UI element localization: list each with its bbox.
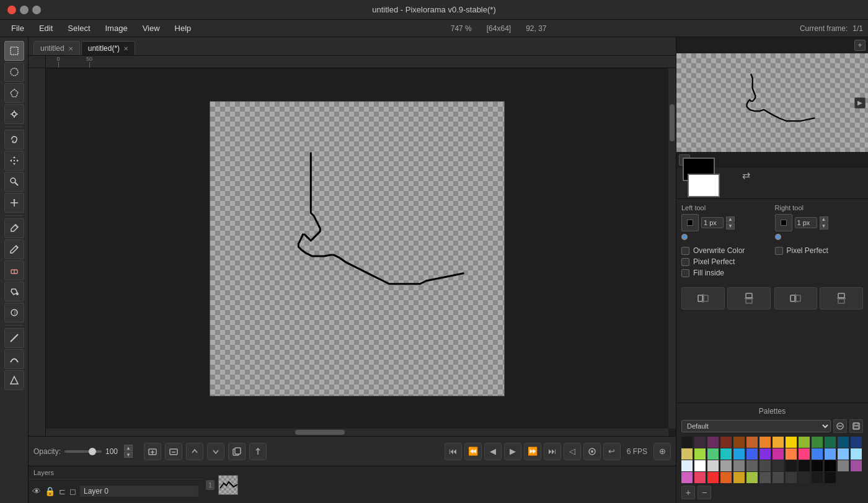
color-cell[interactable] [799,472,810,483]
tool-lasso[interactable] [4,130,24,149]
color-cell[interactable] [825,448,836,460]
color-cell[interactable] [681,460,693,471]
tool-shading[interactable] [4,303,24,323]
tool-magic-wand[interactable] [4,104,24,124]
opacity-up[interactable]: ▲ [124,445,133,451]
layer-add-btn[interactable] [144,443,161,460]
color-cell[interactable] [799,437,810,448]
tool-pencil[interactable] [4,239,24,259]
layer-linked-icon[interactable]: ⊏ [59,487,66,496]
tab-untitled[interactable]: untitled ✕ [33,41,80,55]
color-cell[interactable] [707,448,719,460]
opacity-slider[interactable] [64,450,102,453]
menu-select[interactable]: Select [61,22,96,35]
color-cell[interactable] [733,460,745,471]
color-cell[interactable] [773,460,784,471]
color-cell[interactable] [812,437,823,448]
color-cell[interactable] [838,448,849,460]
scrollbar-vertical[interactable] [668,68,676,429]
left-size-up[interactable]: ▲ [726,216,735,223]
pixel-perfect-left-checkbox[interactable] [681,258,689,266]
tab-close-untitled[interactable]: ✕ [68,45,73,52]
menu-edit[interactable]: Edit [33,22,59,35]
layer-down-btn[interactable] [207,443,224,460]
right-tool-size-spinner[interactable]: ▲ ▼ [820,216,828,229]
layer-up-btn[interactable] [186,443,203,460]
color-cell[interactable] [825,460,836,471]
color-cell[interactable] [694,437,706,448]
tool-bucket[interactable] [4,282,24,301]
onion-skin-btn[interactable] [583,443,601,460]
color-cell[interactable] [694,448,706,460]
tool-marquee-rect[interactable] [4,41,24,61]
color-cell[interactable] [851,448,862,460]
palette-remove-row-btn[interactable]: − [698,486,711,499]
tool-eraser[interactable] [4,260,24,280]
color-cell[interactable] [760,460,771,471]
color-cell[interactable] [733,448,745,460]
tool-shape[interactable] [4,370,24,390]
color-cell[interactable] [720,460,732,471]
pixel-perfect-right-checkbox[interactable] [775,247,783,255]
color-cell[interactable] [707,460,719,471]
color-cell[interactable] [812,472,823,483]
color-cell[interactable] [786,472,797,483]
menu-help[interactable]: Help [169,22,198,35]
color-cell[interactable] [786,460,797,471]
left-tool-radio[interactable] [681,234,688,240]
color-cell[interactable] [799,448,810,460]
fps-adjust-btn[interactable]: ⊕ [653,443,671,460]
opacity-spinner[interactable]: ▲ ▼ [124,445,133,458]
left-tool-size-input[interactable] [701,217,724,228]
color-cell[interactable] [720,437,732,448]
palette-add-row-btn[interactable]: + [681,486,695,499]
palette-edit-btn[interactable] [833,419,847,433]
layer-select-icon[interactable]: ◻ [69,487,76,496]
color-cell[interactable] [838,437,849,448]
left-mirror-v-btn[interactable] [727,287,771,309]
color-cell[interactable] [760,448,771,460]
color-cell[interactable] [707,437,719,448]
onion-left-btn[interactable]: ◁ [564,443,581,460]
color-cell[interactable] [720,448,732,460]
undo-btn[interactable]: ↩ [603,443,621,460]
tool-marquee-poly[interactable] [4,83,24,103]
layer-name[interactable]: Layer 0 [80,486,198,497]
play-back-btn[interactable]: ◀ [484,443,502,460]
maximize-button[interactable] [32,6,41,14]
color-cell[interactable] [746,472,758,483]
menu-file[interactable]: File [5,22,30,35]
right-size-down[interactable]: ▼ [820,223,828,229]
color-cell[interactable] [733,437,745,448]
opacity-down[interactable]: ▼ [124,452,133,458]
color-cell[interactable] [773,437,784,448]
color-cell[interactable] [694,460,706,471]
pixel-canvas[interactable] [210,101,505,396]
tool-move[interactable] [4,151,24,171]
minimize-button[interactable] [20,6,29,14]
play-forward-btn[interactable]: ▶ [504,443,521,460]
scrollbar-h-thumb[interactable] [295,430,345,435]
tool-zoom[interactable] [4,172,24,192]
color-cell[interactable] [694,472,706,483]
tool-marquee-circle[interactable] [4,62,24,82]
color-cell[interactable] [760,437,771,448]
scrollbar-v-thumb[interactable] [670,104,675,141]
color-cell[interactable] [786,448,797,460]
preview-plus-btn[interactable]: + [854,40,866,51]
color-cell[interactable] [746,460,758,471]
layer-remove-btn[interactable] [165,443,182,460]
color-cell[interactable] [851,460,862,471]
tab-close-modified[interactable]: ✕ [123,45,128,52]
color-cell[interactable] [851,437,862,448]
color-cell[interactable] [681,448,693,460]
color-cell[interactable] [825,437,836,448]
scrollbar-horizontal[interactable] [46,429,668,436]
tool-curve[interactable] [4,349,24,369]
layer-lock-icon[interactable]: 🔒 [45,486,55,496]
tool-line[interactable] [4,328,24,348]
left-size-down[interactable]: ▼ [726,223,735,229]
color-cell[interactable] [681,437,693,448]
swap-colors-btn[interactable]: ⇄ [737,166,755,184]
layer-copy-btn[interactable] [228,443,246,460]
